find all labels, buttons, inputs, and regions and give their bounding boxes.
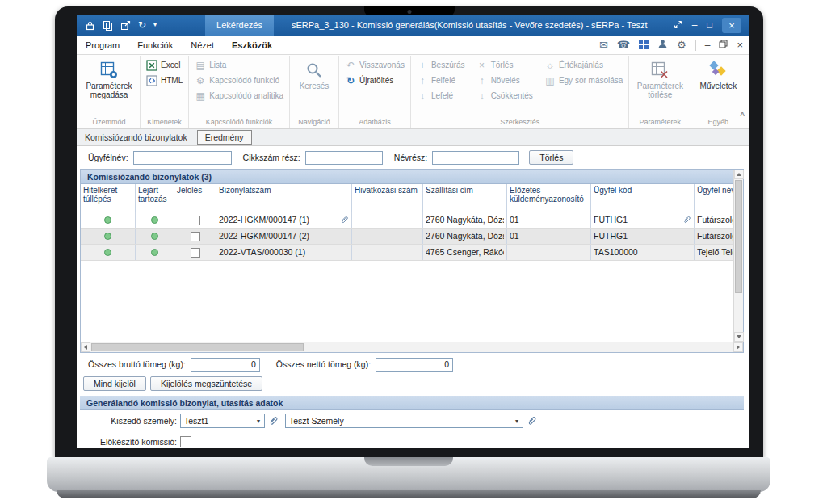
ujratoltes-button[interactable]: ↻ Újratöltés [343,73,406,88]
apps-grid-icon[interactable] [639,40,649,51]
col-lejart[interactable]: Lejárt tartozás [136,184,174,212]
parameterek-torlese-label: Paraméterek törlése [633,82,686,99]
col-elozetes[interactable]: Előzetes küldeményazonosító [507,184,591,212]
kapcsolodo-analitika-button[interactable]: ▦ Kapcsolódó analitika [193,88,285,103]
horizontal-scroll-track[interactable] [304,342,733,352]
kiszedo-nev-combo[interactable]: Teszt Személy ▾ [285,414,523,428]
parameterek-torlese-button[interactable]: Paraméterek törlése [633,57,686,99]
excel-button[interactable]: Excel [145,57,184,73]
horizontal-scroll-thumb[interactable] [91,343,304,351]
attachment-paperclip-icon[interactable] [527,416,537,426]
scroll-left-button[interactable] [81,342,90,352]
tab-eredmeny[interactable]: Eredmény [197,130,252,145]
cell-lejart [136,245,174,260]
table-row[interactable]: 2022-VTAS/000030 (1) 4765 Csenger, Rákóc… [81,245,733,261]
select-all-button[interactable]: Mind kijelöl [83,376,146,391]
menu-program[interactable]: Program [77,36,128,55]
qat-dropdown-icon[interactable]: ▾ [153,22,157,28]
window-title: sERPa_3_130 - Komissió generálás(Komissi… [274,20,665,30]
child-close-icon[interactable]: × [737,39,743,51]
beszuras-label: Beszúrás [431,61,465,69]
muveletek-button[interactable]: Műveletek [695,57,741,90]
scroll-up-button[interactable] [734,170,744,179]
mail-icon[interactable]: ✉ [599,40,608,50]
col-jeloles[interactable]: Jelölés [174,184,216,212]
attachment-paperclip-icon[interactable] [682,216,691,225]
lock-icon[interactable] [85,20,95,31]
kapcsolodo-funkcio-button[interactable]: ⚙ Kapcsolódó funkció [193,73,285,88]
phone-icon[interactable]: ☎ [617,40,630,50]
noveles-label: Növelés [491,76,520,85]
copy-sheets-icon[interactable] [103,20,113,31]
cell-lejart [136,212,174,228]
attachment-paperclip-icon[interactable] [340,216,349,225]
beszuras-button[interactable]: + Beszúrás [415,57,467,73]
col-bizonylatszam[interactable]: Bizonylatszám [216,184,352,212]
menu-funkciok[interactable]: Funkciók [128,36,182,55]
elokeszito-checkbox[interactable] [180,436,191,447]
col-szallitasi-cim[interactable]: Szállítási cím [423,184,507,212]
row-select-checkbox[interactable] [191,232,200,242]
netto-value-field[interactable]: 0 [376,358,453,372]
kiszedo-kod-combo[interactable]: Teszt1 ▾ [180,414,265,428]
menu-eszkozok[interactable]: Eszközök [223,36,281,55]
col-hivatkozasi[interactable]: Hivatkozási szám [352,184,423,212]
minimize-icon[interactable]: – [692,20,698,30]
row-select-checkbox[interactable] [191,216,200,225]
close-icon[interactable]: × [722,18,741,33]
filter-clear-button[interactable]: Törlés [529,150,573,165]
vertical-scroll-thumb[interactable] [735,180,742,293]
expand-icon[interactable] [674,20,682,31]
ertekajanlas-button[interactable]: ☼ Értékajánlás [543,57,624,73]
cikkszam-input[interactable] [305,151,383,165]
nevresz-input[interactable] [432,151,519,165]
horizontal-scrollbar[interactable] [81,342,743,352]
kereses-button[interactable]: Keresés [294,57,334,90]
function-gear-icon: ⚙ [195,76,206,86]
felfele-button[interactable]: ↑ Felfelé [415,73,467,88]
cell-ugyfelkod: FUTHG1 [591,212,695,228]
export-window-icon[interactable] [120,20,131,31]
torles-button-ribbon[interactable]: × Törlés [475,57,535,73]
scroll-right-button[interactable] [733,342,743,352]
parameterek-megadasa-button[interactable]: Paraméterek megadása [82,57,136,99]
row-select-checkbox[interactable] [191,248,200,258]
operations-diamonds-icon [708,59,728,82]
visszavonas-button[interactable]: ↶ Visszavonás [343,57,406,73]
ribbon-group-uzemmod: Paraméterek megadása Üzemmód [78,56,141,128]
csokkentes-button[interactable]: ↓ Csökkentés [475,88,535,103]
brutto-value-field[interactable]: 0 [191,358,260,372]
refresh-icon[interactable]: ↻ [138,20,146,30]
cell-jeloles [174,245,216,260]
ugyfelnev-input[interactable] [133,151,232,165]
maximize-icon[interactable]: □ [707,21,712,30]
col-ugyfel-nev[interactable]: Ügyfél név [695,184,733,212]
ribbon-group-egyeb: Műveletek Egyéb [691,56,745,128]
noveles-button[interactable]: ↑ Növelés [475,73,535,88]
laptop-base-shadow [57,490,761,498]
child-minimize-icon[interactable]: – [705,40,711,51]
gear-icon[interactable]: ⚙ [677,40,686,50]
col-ugyfel-kod[interactable]: Ügyfél kód [591,184,695,212]
table-row[interactable]: 2022-HGKM/000147 (1) 2760 Nagykáta, Dózs… [81,212,733,229]
torles-ribbon-label: Törlés [491,61,514,69]
scroll-down-button[interactable] [734,332,744,342]
app-window: ↻ ▾ Lekérdezés sERPa_3_130 - Komissió ge… [77,15,749,448]
window-query-tab[interactable]: Lekérdezés [205,15,274,36]
list-icon: ▤ [195,61,206,70]
child-restore-icon[interactable] [719,40,728,50]
attachment-paperclip-icon[interactable] [268,416,279,426]
user-icon[interactable] [657,39,668,51]
vertical-scroll-track[interactable] [734,294,743,332]
deselect-all-button[interactable]: Kijelölés megszüntetése [150,376,262,391]
table-row[interactable]: 2022-HGKM/000147 (2) 2760 Nagykáta, Dózs… [81,229,733,245]
html-button[interactable]: HTML [145,73,184,88]
tab-komissiozando-bizonylatok[interactable]: Komissiózandó bizonylatok [77,130,195,145]
col-hitelkeret[interactable]: Hitelkeret túllépés [81,184,136,212]
menu-nezet[interactable]: Nézet [182,36,223,55]
ribbon-collapse-icon[interactable]: ^ [740,111,745,120]
lefele-button[interactable]: ↓ Lefelé [415,88,467,103]
egy-sor-masolasa-button[interactable]: ▥ Egy sor másolása [543,73,624,88]
lista-button[interactable]: ▤ Lista [193,57,285,73]
vertical-scrollbar[interactable] [733,170,743,342]
